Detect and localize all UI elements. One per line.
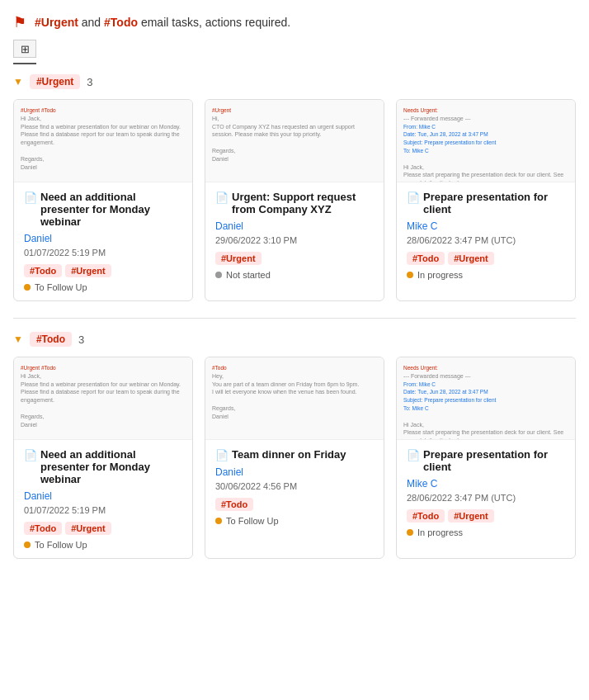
tag-badge: #Urgent: [448, 509, 494, 523]
section-header: ▼ #Urgent 3: [13, 74, 576, 89]
document-icon: 📄: [215, 192, 229, 204]
tag-badge: #Todo: [215, 498, 253, 511]
card-date: 01/07/2022 5:19 PM: [24, 248, 182, 258]
tags-row: #Todo: [215, 498, 374, 511]
status-dot: [407, 529, 413, 536]
card-date: 28/06/2022 3:47 PM (UTC): [407, 235, 565, 245]
tags-row: #Urgent: [215, 252, 374, 265]
tags-row: #Todo#Urgent: [407, 252, 565, 265]
section-header: ▼ #Todo 3: [13, 332, 576, 347]
tags-row: #Todo#Urgent: [24, 264, 182, 277]
document-icon: 📄: [24, 192, 37, 204]
card-sender: Mike C: [407, 220, 565, 232]
flag-icon: ⚑: [13, 13, 26, 31]
card-sender: Daniel: [215, 466, 374, 478]
document-icon: 📄: [407, 449, 420, 461]
section-divider: [13, 318, 576, 319]
card-body: 📄 Team dinner on Friday Daniel 30/06/202…: [205, 440, 384, 534]
email-card[interactable]: Needs Urgent:--- Forwarded message ---Fr…: [396, 357, 576, 559]
and-text: and: [78, 16, 104, 29]
tag-badge: #Todo: [24, 522, 62, 535]
card-date: 28/06/2022 3:47 PM (UTC): [407, 493, 565, 503]
urgent-label: #Urgent: [35, 16, 78, 29]
cards-grid: #Urgent #TodoHi Jack,Please find a webin…: [13, 357, 576, 559]
card-title: 📄 Need an additional presenter for Monda…: [24, 191, 182, 228]
section-tag-label: #Urgent: [30, 74, 80, 89]
card-title: 📄 Team dinner on Friday: [215, 448, 374, 461]
status-row: To Follow Up: [215, 516, 374, 526]
grid-icon: ⊞: [21, 43, 30, 55]
card-body: 📄 Need an additional presenter for Monda…: [14, 182, 192, 300]
collapse-arrow[interactable]: ▼: [13, 333, 23, 345]
status-dot: [407, 272, 413, 278]
card-preview: #TodoHey,You are part of a team dinner o…: [205, 357, 384, 440]
email-card[interactable]: #Urgent #TodoHi Jack,Please find a webin…: [13, 99, 193, 301]
card-preview: Needs Urgent:--- Forwarded message ---Fr…: [397, 357, 575, 440]
status-row: In progress: [407, 270, 565, 280]
section-count: 3: [78, 333, 84, 346]
status-row: To Follow Up: [24, 282, 182, 292]
document-icon: 📄: [407, 192, 420, 204]
status-dot: [215, 272, 222, 278]
email-card[interactable]: #UrgentHi,CTO of Company XYZ has request…: [205, 99, 384, 301]
tag-badge: #Todo: [407, 252, 445, 265]
tag-badge: #Urgent: [448, 252, 494, 265]
document-icon: 📄: [24, 449, 37, 461]
email-card[interactable]: #TodoHey,You are part of a team dinner o…: [205, 357, 384, 559]
card-body: 📄 Urgent: Support request from Company X…: [205, 182, 384, 288]
card-sender: Daniel: [24, 233, 182, 244]
card-body: 📄 Prepare presentation for client Mike C…: [397, 182, 575, 288]
collapse-arrow[interactable]: ▼: [13, 76, 23, 88]
email-card[interactable]: Needs Urgent:--- Forwarded message ---Fr…: [396, 99, 576, 301]
status-dot: [24, 542, 31, 548]
card-sender: Daniel: [215, 220, 374, 232]
status-row: In progress: [407, 527, 565, 537]
subtitle-text: email tasks, actions required.: [138, 16, 290, 29]
tags-row: #Todo#Urgent: [24, 522, 182, 535]
section-todo: ▼ #Todo 3 #Urgent #TodoHi Jack,Please fi…: [13, 332, 576, 559]
card-body: 📄 Need an additional presenter for Monda…: [14, 440, 192, 558]
status-label: In progress: [417, 527, 463, 537]
section-tag-label: #Todo: [30, 332, 72, 347]
status-label: To Follow Up: [35, 540, 87, 550]
status-row: Not started: [215, 270, 374, 280]
tag-badge: #Urgent: [65, 522, 111, 535]
card-date: 30/06/2022 4:56 PM: [215, 481, 374, 491]
tag-badge: #Urgent: [65, 264, 111, 277]
status-label: In progress: [417, 270, 463, 280]
document-icon: 📄: [215, 449, 229, 461]
cards-grid: #Urgent #TodoHi Jack,Please find a webin…: [13, 99, 576, 301]
tags-row: #Todo#Urgent: [407, 509, 565, 523]
todo-label: #Todo: [104, 16, 138, 29]
card-preview: #Urgent #TodoHi Jack,Please find a webin…: [14, 357, 192, 440]
card-preview: Needs Urgent:--- Forwarded message ---Fr…: [397, 100, 575, 182]
grid-view-button[interactable]: ⊞: [13, 40, 36, 58]
card-title: 📄 Urgent: Support request from Company X…: [215, 191, 374, 215]
page-title: #Urgent and #Todo email tasks, actions r…: [35, 16, 290, 29]
section-urgent: ▼ #Urgent 3 #Urgent #TodoHi Jack,Please …: [13, 74, 576, 301]
status-dot: [24, 284, 31, 291]
status-dot: [215, 518, 222, 524]
card-preview: #Urgent #TodoHi Jack,Please find a webin…: [14, 100, 192, 182]
card-sender: Mike C: [407, 478, 565, 490]
card-preview: #UrgentHi,CTO of Company XYZ has request…: [205, 100, 384, 182]
status-label: Not started: [226, 270, 271, 280]
email-card[interactable]: #Urgent #TodoHi Jack,Please find a webin…: [13, 357, 193, 559]
card-date: 01/07/2022 5:19 PM: [24, 505, 182, 515]
card-sender: Daniel: [24, 490, 182, 502]
tag-badge: #Todo: [24, 264, 62, 277]
card-title: 📄 Need an additional presenter for Monda…: [24, 448, 182, 485]
status-row: To Follow Up: [24, 540, 182, 550]
card-body: 📄 Prepare presentation for client Mike C…: [397, 440, 575, 546]
card-title: 📄 Prepare presentation for client: [407, 448, 565, 473]
tag-badge: #Todo: [407, 509, 445, 523]
card-date: 29/06/2022 3:10 PM: [215, 235, 374, 245]
tag-badge: #Urgent: [215, 252, 262, 265]
section-count: 3: [87, 76, 92, 88]
status-label: To Follow Up: [226, 516, 279, 526]
page-header: ⚑ #Urgent and #Todo email tasks, actions…: [13, 13, 576, 31]
status-label: To Follow Up: [35, 282, 87, 292]
card-title: 📄 Prepare presentation for client: [407, 191, 565, 215]
toolbar[interactable]: ⊞: [13, 40, 36, 64]
